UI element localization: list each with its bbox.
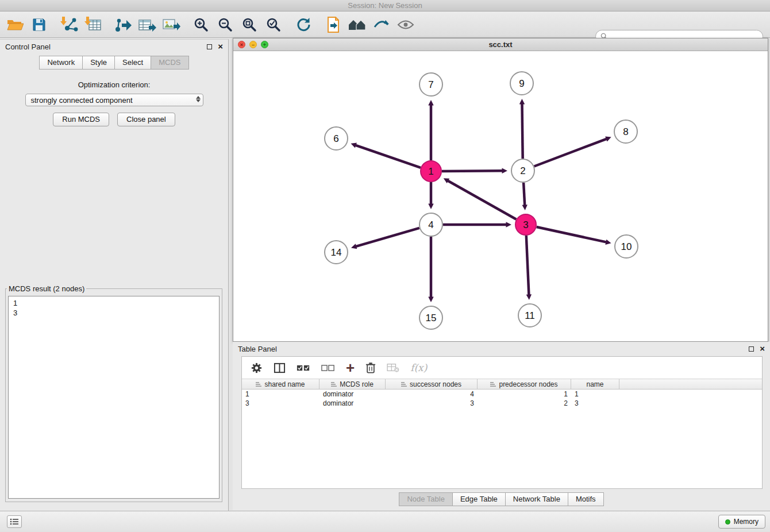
tab-network-table[interactable]: Network Table xyxy=(505,492,568,506)
graph-node-9[interactable]: 9 xyxy=(510,72,533,95)
cell-predecessor-nodes[interactable]: 1 xyxy=(478,390,571,398)
graph-node-7[interactable]: 7 xyxy=(419,73,442,96)
graph-node-8[interactable]: 8 xyxy=(614,120,637,143)
cell-shared-name[interactable]: 1 xyxy=(242,390,319,398)
export-network-icon xyxy=(114,16,132,33)
tab-mcds[interactable]: MCDS xyxy=(151,56,188,70)
table-row[interactable]: 3 dominator 3 2 3 xyxy=(242,399,762,408)
tab-node-table[interactable]: Node Table xyxy=(399,492,453,506)
edge-1-6[interactable] xyxy=(356,145,421,168)
select-all-columns-button[interactable] xyxy=(297,363,310,373)
close-panel-icon[interactable]: × xyxy=(218,43,223,50)
zoom-fit-button[interactable] xyxy=(239,14,260,35)
edge-2-3[interactable] xyxy=(523,183,525,205)
zoom-in-icon xyxy=(193,17,209,33)
cell-predecessor-nodes[interactable]: 2 xyxy=(478,399,571,407)
graph-node-15[interactable]: 15 xyxy=(419,306,442,329)
network-window-titlebar[interactable]: × – + scc.txt xyxy=(233,38,768,51)
table-tabs: Node Table Edge Table Network Table Moti… xyxy=(233,492,770,506)
graph-node-14[interactable]: 14 xyxy=(325,241,348,264)
window-minimize-button[interactable]: – xyxy=(249,41,257,48)
delete-table-button[interactable] xyxy=(387,363,399,373)
column-header-predecessor-nodes[interactable]: predecessor nodes xyxy=(478,379,571,389)
run-mcds-button[interactable]: Run MCDS xyxy=(53,113,109,126)
memory-label: Memory xyxy=(734,518,759,526)
graph-node-4[interactable]: 4 xyxy=(419,213,442,236)
node-label: 14 xyxy=(331,247,342,258)
tab-style[interactable]: Style xyxy=(82,56,115,70)
show-graphics-button[interactable] xyxy=(395,14,416,35)
import-table-button[interactable] xyxy=(83,14,103,35)
table-row[interactable]: 1 dominator 4 1 1 xyxy=(242,390,762,399)
float-table-panel-button[interactable] xyxy=(749,346,754,352)
edge-3-10[interactable] xyxy=(537,227,606,242)
task-history-button[interactable] xyxy=(7,515,22,528)
network-snapshot-button[interactable] xyxy=(323,14,344,35)
save-session-button[interactable] xyxy=(29,14,49,35)
edge-1-2[interactable] xyxy=(442,171,502,171)
graph-node-3[interactable]: 3 xyxy=(515,214,536,235)
cell-name[interactable]: 1 xyxy=(571,390,619,398)
open-folder-icon xyxy=(6,17,24,32)
import-network-button[interactable] xyxy=(59,14,79,35)
home-button[interactable] xyxy=(347,14,368,35)
mcds-result-title: MCDS result (2 nodes) xyxy=(7,284,86,293)
function-builder-button[interactable]: f(x) xyxy=(410,362,427,373)
create-column-button[interactable]: + xyxy=(346,362,355,373)
tab-network[interactable]: Network xyxy=(39,56,83,70)
table-settings-button[interactable] xyxy=(251,362,263,374)
edge-3-1[interactable] xyxy=(448,181,517,219)
memory-status-icon xyxy=(725,519,730,525)
graph-node-10[interactable]: 10 xyxy=(615,235,638,258)
graph-node-2[interactable]: 2 xyxy=(511,159,534,182)
memory-button[interactable]: Memory xyxy=(718,515,765,529)
cell-name[interactable]: 3 xyxy=(571,399,619,407)
export-image-button[interactable] xyxy=(161,14,182,35)
tab-motifs[interactable]: Motifs xyxy=(568,492,604,506)
apply-style-button[interactable] xyxy=(371,14,392,35)
columns-icon xyxy=(274,362,286,374)
edge-2-8[interactable] xyxy=(534,139,607,167)
apply-layout-button[interactable] xyxy=(293,14,314,35)
close-panel-button[interactable]: Close panel xyxy=(117,113,175,126)
window-close-button[interactable]: × xyxy=(238,41,245,48)
cell-mcds-role[interactable]: dominator xyxy=(319,399,386,407)
node-label: 2 xyxy=(520,165,525,176)
mcds-result-text[interactable]: 1 3 xyxy=(8,296,220,499)
window-maximize-button[interactable]: + xyxy=(261,41,268,48)
node-label: 6 xyxy=(333,133,338,144)
cell-successor-nodes[interactable]: 4 xyxy=(386,390,478,398)
edge-2-9[interactable] xyxy=(522,104,523,159)
delete-columns-button[interactable] xyxy=(365,361,376,374)
graph-node-6[interactable]: 6 xyxy=(325,127,348,150)
zoom-selected-button[interactable] xyxy=(263,14,284,35)
cell-shared-name[interactable]: 3 xyxy=(242,399,319,407)
show-columns-button[interactable] xyxy=(274,362,286,374)
column-label: name xyxy=(586,380,603,388)
column-header-successor-nodes[interactable]: successor nodes xyxy=(386,379,478,389)
cell-successor-nodes[interactable]: 3 xyxy=(386,399,478,407)
network-canvas[interactable]: 7968124314101511 xyxy=(233,51,768,341)
column-header-shared-name[interactable]: shared name xyxy=(242,379,319,389)
deselect-all-columns-button[interactable] xyxy=(321,363,335,373)
graph-node-1[interactable]: 1 xyxy=(421,161,441,182)
node-label: 1 xyxy=(428,166,433,177)
zoom-out-button[interactable] xyxy=(215,14,236,35)
optimization-criterion-select[interactable]: strongly connected component xyxy=(25,94,203,106)
close-table-panel-icon[interactable]: × xyxy=(760,345,765,352)
tab-select[interactable]: Select xyxy=(114,56,151,70)
edge-4-14[interactable] xyxy=(356,228,419,246)
zoom-in-button[interactable] xyxy=(191,14,211,35)
graph-node-11[interactable]: 11 xyxy=(518,304,541,327)
open-session-button[interactable] xyxy=(5,14,25,35)
edge-3-11[interactable] xyxy=(526,236,529,295)
cell-mcds-role[interactable]: dominator xyxy=(319,390,386,398)
export-table-button[interactable] xyxy=(137,14,157,35)
column-header-name[interactable]: name xyxy=(571,379,619,389)
export-network-button[interactable] xyxy=(113,14,133,35)
float-panel-button[interactable] xyxy=(207,44,212,49)
column-header-mcds-role[interactable]: MCDS role xyxy=(319,379,386,389)
node-label: 4 xyxy=(428,219,433,230)
tab-edge-table[interactable]: Edge Table xyxy=(452,492,506,506)
table-panel-header: Table Panel × xyxy=(233,342,770,356)
